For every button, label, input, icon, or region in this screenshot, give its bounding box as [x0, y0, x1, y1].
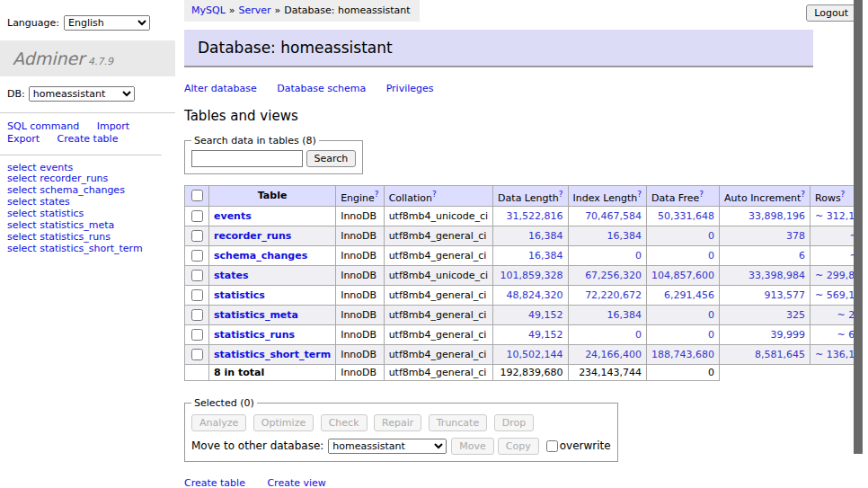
breadcrumb-link-server[interactable]: Server [239, 4, 271, 16]
index-length-cell: 0 [568, 324, 647, 344]
page-title: Database: homeassistant [184, 30, 813, 67]
optimize-button[interactable]: Optimize [253, 414, 314, 431]
privileges-link[interactable]: Privileges [386, 83, 434, 94]
table-name-link[interactable]: statistics [214, 289, 265, 301]
row-checkbox-cell [185, 245, 209, 265]
copy-button[interactable]: Copy [498, 438, 539, 455]
total-data-free-cell: 0 [647, 364, 720, 380]
table-name-link[interactable]: states [214, 270, 249, 281]
sidebar-link-create-table[interactable]: Create table [58, 133, 119, 145]
analyze-button[interactable]: Analyze [191, 414, 246, 431]
row-checkbox[interactable] [191, 329, 203, 341]
table-row: eventsInnoDButf8mb4_unicode_ci31,522,816… [185, 206, 868, 226]
table-name-link[interactable]: statistics_short_term [214, 349, 331, 360]
column-header-label: Engine [341, 192, 375, 204]
move-button[interactable]: Move [451, 438, 494, 455]
table-name-link[interactable]: events [214, 210, 252, 222]
table-row: statesInnoDButf8mb4_unicode_ci101,859,32… [185, 265, 868, 285]
row-checkbox[interactable] [191, 250, 203, 262]
table-name-link[interactable]: schema_changes [214, 250, 307, 262]
column-header-label: Data Length [498, 192, 559, 204]
sidebar-item-select-statistics-runs[interactable]: select statistics_runs [7, 232, 168, 244]
language-select[interactable]: English [64, 15, 150, 31]
row-checkbox-cell [185, 226, 209, 245]
table-row: recorder_runsInnoDButf8mb4_general_ci16,… [185, 226, 868, 245]
select-all-checkbox[interactable] [191, 190, 203, 201]
total-index-length-cell: 234,143,744 [568, 364, 647, 380]
column-header-label: Data Free [651, 192, 699, 204]
engine-cell: InnoDB [336, 344, 384, 364]
total-data-length-cell: 192,839,680 [493, 364, 568, 380]
tables-header-row: TableEngine?Collation?Data Length?Index … [185, 186, 868, 207]
data-length-cell: 49,152 [493, 324, 568, 344]
sidebar-item-select-statistics-short-term[interactable]: select statistics_short_term [7, 244, 168, 255]
drop-button[interactable]: Drop [494, 414, 534, 431]
data-free-cell: 0 [647, 305, 720, 324]
app-version[interactable]: 4.7.9 [88, 56, 113, 67]
row-checkbox[interactable] [191, 309, 203, 321]
data-length-cell: 48,824,320 [493, 285, 568, 305]
row-checkbox[interactable] [191, 270, 203, 281]
column-help-link[interactable]: ? [559, 190, 563, 199]
row-checkbox[interactable] [191, 230, 203, 242]
overwrite-checkbox[interactable] [546, 440, 558, 452]
column-header-label: Auto Increment [724, 192, 801, 204]
collation-cell: utf8mb4_general_ci [384, 245, 492, 265]
sidebar-link-export[interactable]: Export [7, 133, 40, 145]
logout-button[interactable]: Logout [806, 4, 856, 22]
column-help-link[interactable]: ? [841, 190, 846, 199]
row-checkbox[interactable] [191, 349, 203, 360]
app-name: Adminer [13, 49, 84, 68]
collation-cell: utf8mb4_general_ci [384, 226, 492, 245]
row-checkbox[interactable] [191, 289, 203, 301]
create-table-link[interactable]: Create table [184, 477, 245, 488]
table-row: statistics_runsInnoDButf8mb4_general_ci4… [185, 324, 868, 344]
repair-button[interactable]: Repair [374, 414, 421, 431]
column-help-link[interactable]: ? [375, 190, 379, 199]
check-button[interactable]: Check [321, 414, 368, 431]
table-row: statisticsInnoDButf8mb4_general_ci48,824… [185, 285, 868, 305]
language-label: Language: [7, 17, 59, 29]
sidebar-item-select-statistics-meta[interactable]: select statistics_meta [7, 220, 168, 232]
data-free-cell: 0 [647, 226, 720, 245]
sidebar: Language:English Adminer4.7.9 DB:homeass… [0, 0, 175, 262]
database-schema-link[interactable]: Database schema [277, 83, 366, 94]
sidebar-link-sql-command[interactable]: SQL command [7, 120, 79, 132]
alter-database-link[interactable]: Alter database [184, 83, 257, 94]
auto-increment-cell: 8,581,645 [720, 344, 810, 364]
sidebar-item-select-statistics[interactable]: select statistics [7, 209, 168, 220]
search-input[interactable] [191, 150, 303, 167]
collation-cell: utf8mb4_general_ci [384, 305, 492, 324]
table-name-cell: statistics_meta [209, 305, 336, 324]
index-length-cell: 16,384 [568, 226, 647, 245]
column-help-sup: ? [375, 189, 379, 199]
auto-increment-cell: 33,398,984 [720, 265, 810, 285]
total-label-cell: 8 in total [209, 364, 336, 380]
breadcrumb-link-mysql[interactable]: MySQL [191, 4, 226, 16]
data-free-cell: 0 [647, 245, 720, 265]
column-help-link[interactable]: ? [637, 190, 642, 199]
move-label: Move to other database: [191, 439, 323, 452]
vertical-scrollbar-thumb[interactable] [854, 0, 863, 454]
db-select[interactable]: homeassistant [29, 86, 135, 102]
column-help-link[interactable]: ? [432, 190, 437, 199]
truncate-button[interactable]: Truncate [429, 414, 487, 431]
row-checkbox-cell [185, 324, 209, 344]
auto-increment-cell: 913,577 [720, 285, 810, 305]
move-db-select[interactable]: homeassistant [328, 439, 447, 454]
data-length-cell: 10,502,144 [493, 344, 568, 364]
search-button[interactable]: Search [306, 150, 357, 167]
row-checkbox[interactable] [191, 210, 203, 222]
sidebar-link-import[interactable]: Import [97, 120, 130, 132]
database-action-links: Alter database Database schema Privilege… [184, 83, 813, 94]
row-checkbox-cell [185, 265, 209, 285]
create-view-link[interactable]: Create view [267, 477, 325, 488]
table-name-link[interactable]: statistics_runs [214, 329, 295, 341]
column-header-engine: Engine? [336, 186, 384, 207]
column-help-link[interactable]: ? [699, 190, 704, 199]
table-name-link[interactable]: recorder_runs [214, 230, 291, 242]
column-help-link[interactable]: ? [801, 190, 805, 199]
column-header-table: Table [209, 186, 336, 207]
table-name-link[interactable]: statistics_meta [214, 309, 298, 321]
total-engine-cell: InnoDB [336, 364, 384, 380]
